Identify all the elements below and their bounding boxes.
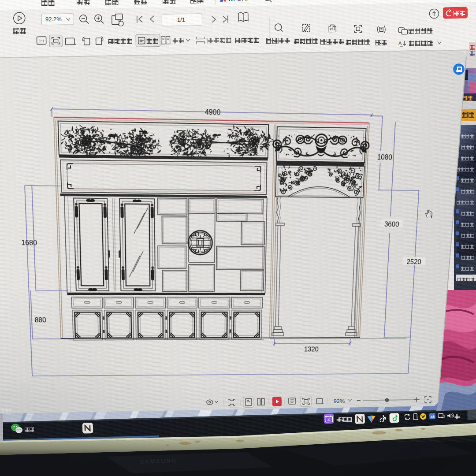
svg-text:880: 880: [34, 316, 46, 324]
svg-text:A: A: [398, 41, 402, 46]
svg-text:1320: 1320: [304, 346, 319, 353]
svg-text:SAMSUNG: SAMSUNG: [140, 457, 178, 465]
svg-text:2520: 2520: [406, 258, 421, 265]
svg-text:1680: 1680: [21, 239, 37, 247]
svg-text:4900: 4900: [205, 108, 221, 117]
svg-text:1:1: 1:1: [39, 39, 45, 43]
svg-text:1080: 1080: [377, 153, 392, 161]
svg-text:3600: 3600: [384, 220, 400, 228]
